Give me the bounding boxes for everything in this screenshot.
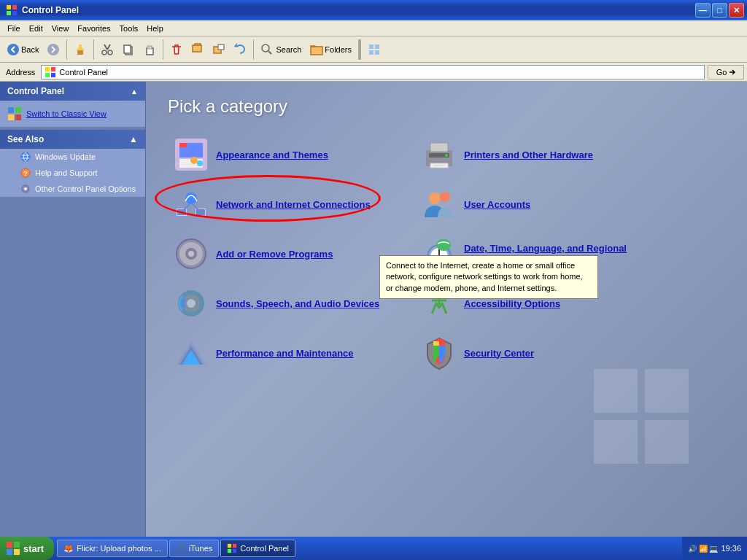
see-also-items: Windows Update ? Help and Support Other … — [0, 149, 145, 197]
collapse-btn[interactable]: ▲ — [131, 88, 138, 96]
taskbar: start 🦊 Flickr: Upload photos ... 🎵 iTun… — [0, 537, 747, 560]
back-button[interactable]: Back — [3, 39, 42, 60]
svg-rect-48 — [179, 143, 187, 147]
address-input[interactable]: Control Panel — [41, 65, 705, 79]
categories-grid: Appearance and Themes Printers and — [168, 131, 725, 376]
folders-label: Folders — [325, 45, 352, 54]
network-label: Network and Internet Connections — [216, 199, 371, 210]
user-accounts-icon — [422, 187, 457, 222]
printers-label: Printers and Other Hardware — [464, 149, 593, 160]
see-also-collapse[interactable]: ▲ — [129, 134, 138, 144]
minimize-button[interactable]: — — [695, 3, 711, 18]
copy-button[interactable] — [118, 39, 139, 60]
address-bar: Address Control Panel Go — [0, 63, 747, 82]
svg-rect-19 — [369, 44, 374, 49]
see-also-label: See Also — [7, 134, 44, 144]
edit-group — [97, 39, 163, 60]
switch-classic-view[interactable]: Switch to Classic View — [0, 101, 145, 127]
taskbar-itunes[interactable]: 🎵 iTunes — [169, 540, 220, 557]
start-button[interactable]: start — [0, 537, 54, 560]
appearance-icon — [174, 137, 209, 172]
category-user-accounts[interactable]: User Accounts — [416, 181, 649, 228]
sidebar: Control Panel ▲ Switch to Classic View S… — [0, 82, 146, 537]
close-button[interactable]: ✕ — [729, 3, 744, 18]
main-area: Control Panel ▲ Switch to Classic View S… — [0, 82, 747, 537]
search-button[interactable]: Search — [257, 39, 305, 60]
tooltip: Connect to the Internet, create a home o… — [379, 255, 598, 299]
itunes-label: iTunes — [189, 544, 213, 553]
category-appearance[interactable]: Appearance and Themes — [168, 131, 401, 178]
sidebar-item-other-options[interactable]: Other Control Panel Options — [0, 181, 145, 197]
control-panel-header: Control Panel ▲ — [0, 82, 145, 101]
undo-button[interactable] — [230, 39, 250, 60]
sidebar-item-help-support[interactable]: ? Help and Support — [0, 165, 145, 181]
menu-favorites[interactable]: Favorites — [73, 23, 115, 34]
window-icon — [6, 4, 18, 16]
go-button[interactable]: Go — [708, 65, 744, 79]
svg-rect-81 — [7, 542, 12, 548]
system-time: 19:36 — [721, 544, 741, 553]
delete-button[interactable] — [166, 39, 187, 60]
content-area: Pick a category Appear — [146, 82, 747, 537]
menu-bar: File Edit View Favorites Tools Help — [0, 20, 747, 36]
taskbar-flickr[interactable]: 🦊 Flickr: Upload photos ... — [57, 540, 168, 557]
forward-button[interactable] — [43, 39, 63, 60]
svg-point-64 — [429, 192, 441, 204]
cut-button[interactable] — [97, 39, 117, 60]
svg-rect-24 — [51, 67, 55, 71]
category-sounds[interactable]: Sounds, Speech, and Audio Devices — [168, 280, 401, 327]
svg-rect-1 — [12, 5, 17, 9]
menu-file[interactable]: File — [3, 23, 25, 34]
switch-classic-text[interactable]: Switch to Classic View — [26, 109, 107, 118]
add-remove-icon — [174, 236, 209, 271]
copy2-button[interactable] — [209, 39, 229, 60]
svg-rect-18 — [311, 47, 322, 55]
svg-rect-3 — [12, 11, 17, 15]
tray-icons: 🔊 📶 💻 — [688, 545, 719, 553]
svg-point-4 — [7, 44, 19, 55]
performance-label: Performance and Maintenance — [216, 348, 354, 359]
menu-help[interactable]: Help — [142, 23, 168, 34]
svg-rect-87 — [228, 549, 231, 553]
address-value: Control Panel — [59, 68, 108, 77]
security-label: Security Center — [464, 348, 534, 359]
folders-button[interactable]: Folders — [306, 39, 355, 60]
move-button[interactable] — [187, 39, 208, 60]
control-panel-label: Control Panel — [7, 86, 64, 96]
maximize-button[interactable]: □ — [712, 3, 727, 18]
accessibility-label: Accessibility Options — [464, 298, 560, 309]
other-options-label: Other Control Panel Options — [35, 184, 136, 193]
sounds-label: Sounds, Speech, and Audio Devices — [216, 298, 379, 309]
menu-edit[interactable]: Edit — [25, 23, 47, 34]
flickr-label: Flickr: Upload photos ... — [77, 544, 161, 553]
svg-rect-7 — [77, 50, 83, 55]
search-label: Search — [276, 45, 301, 54]
window-title: Control Panel — [22, 5, 79, 15]
paste-button[interactable] — [139, 39, 160, 60]
category-performance[interactable]: Performance and Maintenance — [168, 330, 401, 376]
svg-rect-11 — [124, 45, 131, 53]
menu-tools[interactable]: Tools — [115, 23, 143, 34]
category-add-remove[interactable]: Add or Remove Programs — [168, 230, 401, 277]
menu-view[interactable]: View — [47, 23, 74, 34]
views-button[interactable] — [364, 39, 384, 60]
nav-group: Back — [3, 39, 67, 60]
svg-rect-25 — [45, 73, 50, 77]
category-printers[interactable]: Printers and Other Hardware — [416, 131, 649, 178]
up-button[interactable] — [70, 39, 90, 60]
category-network[interactable]: Network and Internet Connections — [168, 181, 401, 228]
svg-rect-20 — [375, 44, 379, 49]
taskbar-control-panel[interactable]: Control Panel — [220, 540, 295, 557]
flickr-icon: 🦊 — [63, 544, 74, 553]
see-also-header: See Also ▲ — [0, 130, 145, 149]
user-accounts-label: User Accounts — [464, 199, 530, 210]
svg-rect-51 — [430, 143, 448, 152]
svg-point-77 — [187, 299, 196, 308]
svg-rect-84 — [14, 549, 20, 555]
sidebar-item-windows-update[interactable]: Windows Update — [0, 149, 145, 165]
svg-rect-28 — [15, 107, 21, 113]
svg-rect-27 — [8, 107, 14, 113]
svg-text:?: ? — [23, 170, 28, 177]
svg-point-38 — [24, 187, 27, 190]
sounds-icon — [174, 286, 209, 321]
